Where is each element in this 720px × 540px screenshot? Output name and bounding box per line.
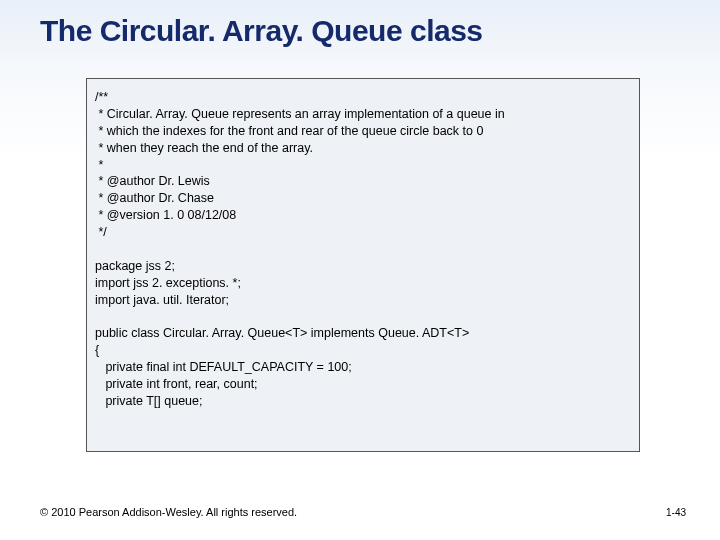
copyright: © 2010 Pearson Addison-Wesley. All right… bbox=[40, 506, 297, 518]
page-number: 1-43 bbox=[666, 507, 686, 518]
code-block: /** * Circular. Array. Queue represents … bbox=[86, 78, 640, 452]
slide: The Circular. Array. Queue class /** * C… bbox=[0, 0, 720, 540]
slide-title: The Circular. Array. Queue class bbox=[40, 14, 483, 48]
